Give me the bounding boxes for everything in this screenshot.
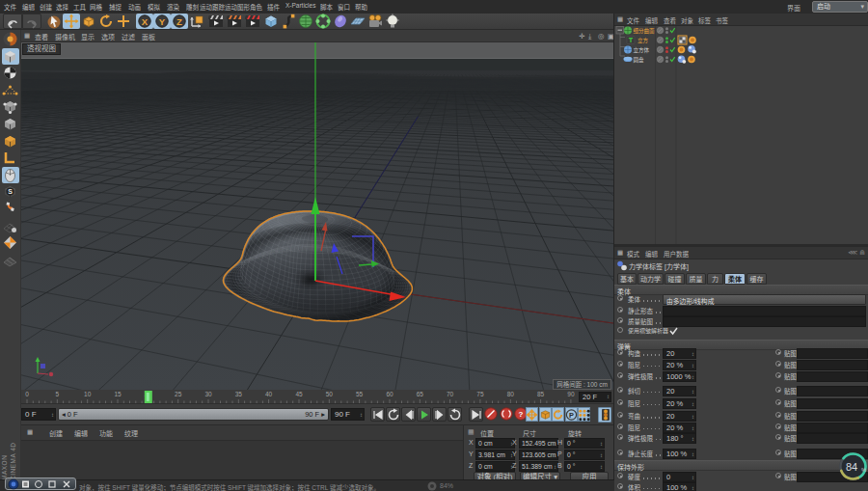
svg-text:细分曲面: 细分曲面 (634, 27, 656, 35)
svg-text:0: 0 (25, 391, 29, 397)
svg-text:Z: Z (176, 16, 182, 27)
svg-text:85: 85 (537, 391, 545, 397)
svg-text:立方体: 立方体 (634, 46, 650, 54)
svg-text:%: % (861, 467, 867, 473)
svg-text:50: 50 (326, 391, 334, 397)
svg-text:立方: 立方 (637, 37, 649, 44)
svg-text:15: 15 (114, 391, 122, 397)
svg-text:圆盘: 圆盘 (634, 56, 645, 64)
svg-text:65: 65 (417, 391, 424, 397)
svg-text:90: 90 (567, 391, 575, 397)
svg-text:40: 40 (265, 391, 273, 397)
svg-text:25: 25 (175, 391, 182, 397)
svg-text:S: S (8, 188, 13, 195)
svg-text:75: 75 (476, 391, 484, 397)
svg-text:55: 55 (356, 391, 364, 397)
svg-text:P: P (569, 411, 574, 420)
svg-text:60: 60 (386, 391, 393, 397)
svg-text:10: 10 (84, 391, 92, 397)
svg-text:45: 45 (295, 391, 303, 397)
svg-text:80: 80 (507, 391, 515, 397)
svg-text:35: 35 (235, 391, 243, 397)
svg-text:84: 84 (846, 461, 857, 473)
svg-text:X: X (142, 16, 149, 27)
svg-text:70: 70 (447, 391, 454, 397)
svg-text:Y: Y (159, 16, 166, 27)
svg-text:30: 30 (204, 391, 212, 397)
svg-text:?: ? (519, 410, 524, 419)
svg-text:5: 5 (55, 391, 59, 397)
